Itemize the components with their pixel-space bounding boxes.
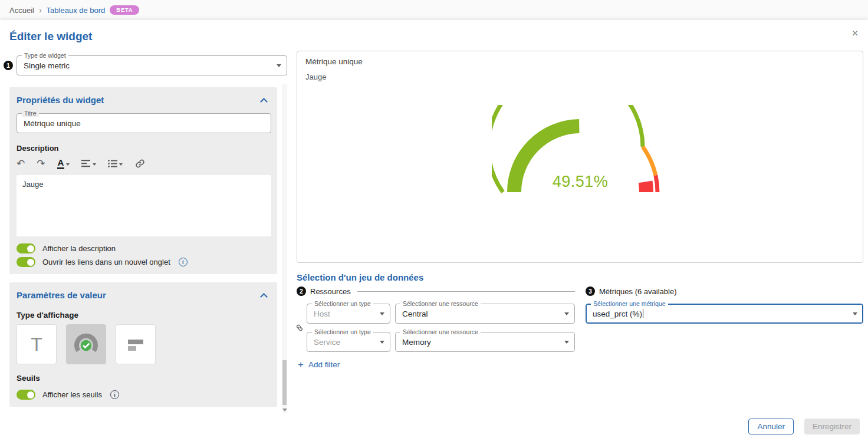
resource-type-label: Sélectionner un type: [312, 301, 373, 307]
chevron-down-icon: [380, 312, 384, 315]
resource-label: Sélectionner une ressource: [400, 329, 481, 335]
preview-title: Métrique unique: [305, 57, 854, 66]
properties-heading: Propriétés du widget: [17, 94, 104, 106]
resources-column: 2 Ressources Sélectionner un type Host: [297, 286, 575, 369]
add-filter-button[interactable]: + Add filter: [298, 360, 575, 369]
chevron-down-icon: [277, 64, 281, 67]
chevron-down-icon: [564, 341, 569, 344]
metric-select-value: used_prct (%): [593, 309, 642, 318]
scrollbar-thumb[interactable]: [282, 360, 287, 405]
widget-preview-and-data: Métrique unique Jauge 49.51% Sélection d…: [297, 51, 863, 414]
metric-select-label: Sélectionner une métrique: [591, 301, 668, 307]
collapse-chevron-icon[interactable]: [260, 293, 268, 301]
metrics-column: 3 Métriques (6 available) Sélectionner u…: [586, 286, 863, 369]
bars-display-icon: [124, 332, 147, 356]
widget-type-value: Single metric: [24, 61, 70, 70]
title-input[interactable]: Titre Métrique unique: [17, 113, 271, 133]
open-links-new-tab-label: Ouvrir les liens dans un nouvel onglet: [42, 258, 170, 266]
info-icon[interactable]: i: [110, 390, 119, 399]
align-icon[interactable]: [81, 160, 96, 167]
metric-select[interactable]: Sélectionner une métrique used_prct (%): [586, 304, 863, 324]
breadcrumb-home-link[interactable]: Accueil: [9, 6, 34, 15]
resource-type-select[interactable]: Sélectionner un type Service: [307, 332, 390, 352]
gauge-display-icon: [73, 331, 99, 357]
chevron-down-icon: [564, 312, 569, 315]
widget-properties-section: Propriétés du widget Titre Métrique uniq…: [9, 87, 277, 274]
display-type-label: Type d'affichage: [17, 311, 271, 320]
text-color-icon[interactable]: A: [57, 158, 70, 169]
display-type-bars-button[interactable]: [116, 324, 156, 364]
text-cursor: [643, 309, 643, 318]
resource-type-value: Service: [314, 338, 340, 347]
show-description-toggle[interactable]: [17, 243, 35, 253]
resource-type-label: Sélectionner un type: [312, 329, 373, 335]
info-icon[interactable]: i: [179, 258, 188, 266]
open-links-new-tab-toggle[interactable]: [17, 257, 35, 267]
metrics-label: Métriques (6 available): [599, 287, 677, 296]
show-thresholds-label: Afficher les seuils: [42, 390, 102, 399]
widget-type-label: Type de widget: [22, 52, 68, 59]
chevron-down-icon: [380, 341, 384, 344]
gauge-chart: 49.51%: [305, 105, 854, 205]
richtext-toolbar: ↶ ↷ A: [17, 156, 271, 170]
breadcrumb: Accueil › Tableaux de bord BETA: [0, 0, 868, 20]
title-input-label: Titre: [22, 110, 39, 117]
resource-filter-row: Sélectionner un type Host Sélectionner u…: [307, 304, 575, 324]
resource-select[interactable]: Sélectionner une ressource Central: [395, 304, 575, 324]
show-description-label: Afficher la description: [42, 244, 116, 253]
resource-select[interactable]: Sélectionner une ressource Memory: [395, 332, 575, 352]
show-thresholds-toggle[interactable]: [17, 390, 35, 400]
resource-type-select[interactable]: Sélectionner un type Host: [307, 304, 390, 324]
dataset-heading: Sélection d'un jeu de données: [297, 272, 863, 282]
preview-description: Jauge: [305, 73, 854, 81]
display-type-text-button[interactable]: T: [17, 324, 57, 364]
beta-badge: BETA: [110, 5, 139, 15]
save-button[interactable]: Enregistrer: [804, 419, 860, 434]
widget-config-sidebar: 1 Type de widget Single metric Propriété…: [4, 51, 287, 414]
widget-preview: Métrique unique Jauge 49.51%: [297, 51, 863, 263]
page-title: Éditer le widget: [9, 29, 859, 44]
breadcrumb-separator: ›: [39, 5, 42, 15]
thresholds-label: Seuils: [17, 374, 271, 383]
sidebar-scrollbar[interactable]: [282, 84, 287, 413]
step-3-badge: 3: [586, 286, 595, 296]
divider: [357, 291, 575, 292]
link-icon[interactable]: [134, 158, 146, 169]
resource-value: Central: [402, 309, 428, 318]
chevron-down-icon: [853, 312, 857, 315]
gauge-value: 49.51%: [552, 173, 608, 190]
linked-rows-icon: [295, 324, 304, 332]
description-label: Description: [17, 144, 271, 153]
plus-icon: +: [298, 360, 304, 369]
redo-icon[interactable]: ↷: [37, 159, 45, 169]
breadcrumb-current-link[interactable]: Tableaux de bord: [47, 6, 106, 15]
resource-type-value: Host: [314, 309, 330, 318]
edit-widget-panel: Éditer le widget × 1 Type de widget Sing…: [0, 20, 868, 438]
text-display-icon: T: [31, 334, 42, 355]
value-settings-section: Paramètres de valeur Type d'affichage T: [9, 282, 277, 407]
undo-icon[interactable]: ↶: [17, 159, 25, 169]
widget-type-select[interactable]: Type de widget Single metric: [17, 55, 287, 75]
resource-label: Sélectionner une ressource: [400, 301, 481, 307]
scrollbar-down-arrow-icon[interactable]: [282, 409, 287, 411]
cancel-button[interactable]: Annuler: [748, 419, 794, 434]
collapse-chevron-icon[interactable]: [260, 98, 268, 106]
value-params-heading: Paramètres de valeur: [17, 289, 106, 301]
display-type-gauge-button[interactable]: [66, 324, 106, 364]
resources-label: Ressources: [310, 287, 351, 296]
resource-value: Memory: [402, 338, 431, 347]
step-2-badge: 2: [297, 286, 306, 296]
resource-filter-row: Sélectionner un type Service Sélectionne…: [307, 332, 575, 352]
add-filter-label: Add filter: [308, 360, 340, 369]
close-icon[interactable]: ×: [848, 26, 862, 40]
list-icon[interactable]: [108, 160, 123, 167]
title-input-value: Métrique unique: [24, 119, 81, 128]
step-1-badge: 1: [4, 61, 13, 70]
description-editor[interactable]: Jauge: [17, 175, 271, 236]
